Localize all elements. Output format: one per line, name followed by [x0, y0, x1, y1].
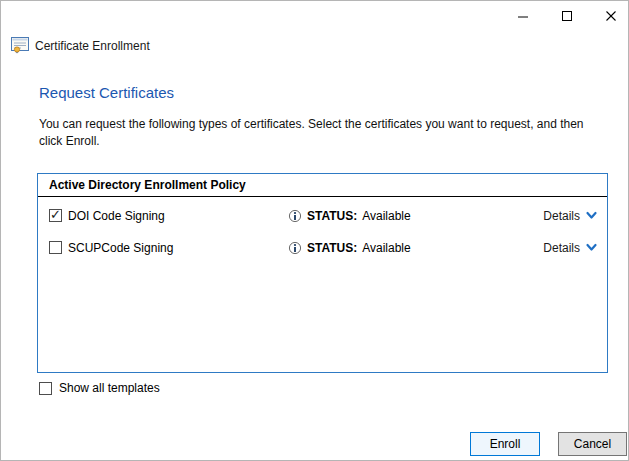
enroll-button[interactable]: Enroll [470, 432, 540, 456]
details-expander[interactable]: Details [543, 234, 597, 261]
chevron-down-icon [586, 243, 597, 252]
certificate-list-panel: Active Directory Enrollment Policy DOI C… [37, 173, 608, 373]
certificate-name: DOI Code Signing [68, 209, 165, 223]
info-icon [288, 209, 302, 223]
page-description: You can request the following types of c… [39, 116, 604, 150]
show-all-templates-label: Show all templates [59, 381, 160, 395]
close-button[interactable] [602, 7, 620, 25]
certificate-name: SCUPCode Signing [68, 241, 173, 255]
status-label: STATUS: [307, 209, 357, 223]
maximize-icon [561, 10, 573, 22]
minimize-icon [517, 10, 529, 22]
window-title: Certificate Enrollment [35, 39, 150, 53]
info-icon [288, 241, 302, 255]
cancel-button[interactable]: Cancel [558, 432, 627, 456]
close-icon [605, 10, 617, 22]
certificate-row-doi-code-signing[interactable]: DOI Code Signing STATUS: Available Detai… [38, 202, 607, 229]
window-controls [514, 7, 620, 25]
enrollment-policy-header: Active Directory Enrollment Policy [38, 174, 607, 197]
show-all-templates-option[interactable]: Show all templates [39, 381, 160, 395]
certificate-checkbox[interactable] [49, 209, 62, 222]
certificate-row-scup-code-signing[interactable]: SCUPCode Signing STATUS: Available Detai… [38, 234, 607, 261]
certificate-checkbox[interactable] [49, 241, 62, 254]
details-expander[interactable]: Details [543, 202, 597, 229]
chevron-down-icon [586, 211, 597, 220]
status-value: Available [362, 209, 410, 223]
show-all-templates-checkbox[interactable] [39, 382, 52, 395]
minimize-button[interactable] [514, 7, 532, 25]
status-value: Available [362, 241, 410, 255]
certificate-enrollment-window: { "window": { "title": "Certificate Enro… [0, 0, 629, 461]
details-label: Details [543, 209, 580, 223]
maximize-button[interactable] [558, 7, 576, 25]
details-label: Details [543, 241, 580, 255]
status-group: STATUS: Available [288, 202, 411, 229]
status-label: STATUS: [307, 241, 357, 255]
app-header: Certificate Enrollment [11, 37, 150, 54]
certificate-icon [11, 37, 29, 54]
page-title: Request Certificates [39, 84, 174, 101]
status-group: STATUS: Available [288, 234, 411, 261]
